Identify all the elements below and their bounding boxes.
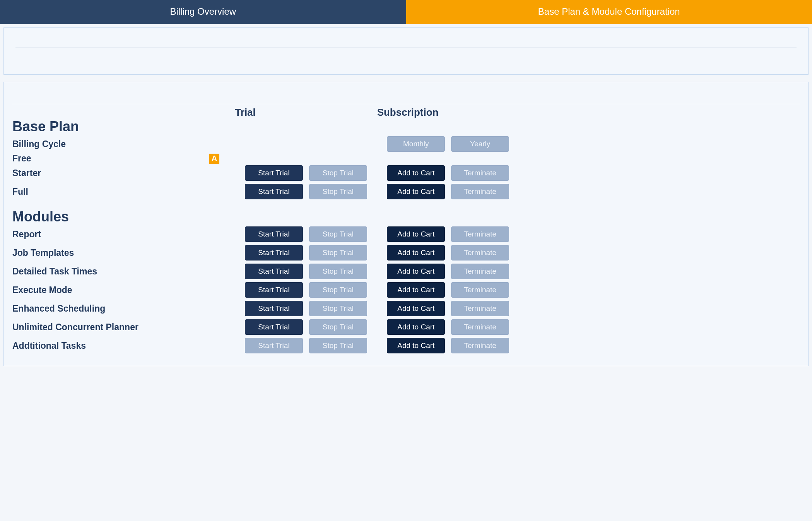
terminate-button: Terminate xyxy=(451,245,509,260)
module-row-unlimited-concurrent-planner: Unlimited Concurrent PlannerStart TrialS… xyxy=(12,318,519,336)
column-header-trial: Trial xyxy=(235,106,377,118)
start-trial-button[interactable]: Start Trial xyxy=(245,165,303,181)
config-table: Trial Subscription Base Plan Billing Cyc… xyxy=(12,106,519,355)
add-to-cart-button[interactable]: Add to Cart xyxy=(387,264,445,279)
module-row-report: ReportStart TrialStop TrialAdd to CartTe… xyxy=(12,225,519,243)
add-to-cart-button[interactable]: Add to Cart xyxy=(387,282,445,298)
module-row-addtitional-tasks: Addtitional TasksStart TrialStop TrialAd… xyxy=(12,336,519,355)
add-to-cart-button[interactable]: Add to Cart xyxy=(387,338,445,353)
module-label: Job Templates xyxy=(12,243,209,262)
stop-trial-button: Stop Trial xyxy=(309,226,367,242)
terminate-button: Terminate xyxy=(451,319,509,335)
add-to-cart-button[interactable]: Add to Cart xyxy=(387,319,445,335)
stop-trial-button: Stop Trial xyxy=(309,301,367,316)
base-plan-row-starter: StarterStart TrialStop TrialAdd to CartT… xyxy=(12,164,519,182)
stop-trial-button: Stop Trial xyxy=(309,245,367,260)
base-plan-label: Starter xyxy=(12,164,209,182)
module-row-execute-mode: Execute ModeStart TrialStop TrialAdd to … xyxy=(12,281,519,299)
add-to-cart-button[interactable]: Add to Cart xyxy=(387,226,445,242)
module-label: Report xyxy=(12,225,209,243)
terminate-button: Terminate xyxy=(451,301,509,316)
base-plan-row-full: FullStart TrialStop TrialAdd to CartTerm… xyxy=(12,182,519,201)
start-trial-button[interactable]: Start Trial xyxy=(245,226,303,242)
start-trial-button[interactable]: Start Trial xyxy=(245,319,303,335)
terminate-button: Terminate xyxy=(451,165,509,181)
start-trial-button[interactable]: Start Trial xyxy=(245,245,303,260)
terminate-button: Terminate xyxy=(451,282,509,298)
stop-trial-button: Stop Trial xyxy=(309,165,367,181)
terminate-button: Terminate xyxy=(451,184,509,199)
start-trial-button[interactable]: Start Trial xyxy=(245,184,303,199)
module-label: Detailed Task Times xyxy=(12,262,209,281)
terminate-button: Terminate xyxy=(451,226,509,242)
start-trial-button[interactable]: Start Trial xyxy=(245,264,303,279)
tab-base-plan-config[interactable]: Base Plan & Module Configuration xyxy=(406,0,812,24)
module-label: Unlimited Concurrent Planner xyxy=(12,318,209,336)
summary-panel xyxy=(3,27,809,75)
billing-cycle-yearly-button[interactable]: Yearly xyxy=(451,136,509,152)
module-label: Enhanced Scheduling xyxy=(12,299,209,318)
module-label: Addtitional Tasks xyxy=(12,336,209,355)
module-row-enhanced-scheduling: Enhanced SchedulingStart TrialStop Trial… xyxy=(12,299,519,318)
column-header-subscription: Subscription xyxy=(377,106,519,118)
add-to-cart-button[interactable]: Add to Cart xyxy=(387,301,445,316)
billing-cycle-label: Billing Cycle xyxy=(12,135,209,153)
stop-trial-button: Stop Trial xyxy=(309,338,367,353)
section-heading-modules: Modules xyxy=(12,201,519,225)
summary-panel-body xyxy=(15,47,797,67)
billing-cycle-monthly-button[interactable]: Monthly xyxy=(387,136,445,152)
add-to-cart-button[interactable]: Add to Cart xyxy=(387,245,445,260)
start-trial-button[interactable]: Start Trial xyxy=(245,301,303,316)
base-plan-label: Full xyxy=(12,182,209,201)
start-trial-button: Start Trial xyxy=(245,338,303,353)
stop-trial-button: Stop Trial xyxy=(309,264,367,279)
column-headers: Trial Subscription xyxy=(12,106,519,118)
stop-trial-button: Stop Trial xyxy=(309,319,367,335)
terminate-button: Terminate xyxy=(451,338,509,353)
module-row-detailed-task-times: Detailed Task TimesStart TrialStop Trial… xyxy=(12,262,519,281)
base-plan-row-free: FreeA xyxy=(12,153,519,164)
active-badge: A xyxy=(209,154,219,164)
start-trial-button[interactable]: Start Trial xyxy=(245,282,303,298)
module-label: Execute Mode xyxy=(12,281,209,299)
module-row-job-templates: Job TemplatesStart TrialStop TrialAdd to… xyxy=(12,243,519,262)
terminate-button: Terminate xyxy=(451,264,509,279)
section-heading-base-plan: Base Plan xyxy=(12,118,519,135)
tab-bar: Billing Overview Base Plan & Module Conf… xyxy=(0,0,812,24)
tab-billing-overview[interactable]: Billing Overview xyxy=(0,0,406,24)
add-to-cart-button[interactable]: Add to Cart xyxy=(387,165,445,181)
stop-trial-button: Stop Trial xyxy=(309,184,367,199)
add-to-cart-button[interactable]: Add to Cart xyxy=(387,184,445,199)
config-panel: Trial Subscription Base Plan Billing Cyc… xyxy=(3,82,809,366)
billing-cycle-row: Billing Cycle Monthly Yearly xyxy=(12,135,519,153)
base-plan-label: Free xyxy=(12,153,209,164)
stop-trial-button: Stop Trial xyxy=(309,282,367,298)
